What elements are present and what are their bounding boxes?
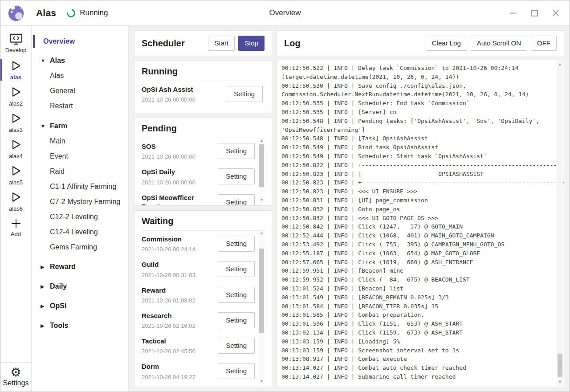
play-icon [9,85,23,99]
log-line: 00:12:50.832 | INFO | <<< UI GOTO PAGE_O… [281,214,552,223]
log-line: 00:12:50.549 | INFO | Scheduler: Start t… [281,152,552,161]
task-row: Commission 2021-10-26 00:24:14 Setting [142,231,265,256]
log-line: 00:12:50.842 | INFO | Click (1247, 37) @… [281,222,552,231]
menu-item-raid[interactable]: Raid [32,164,128,179]
menu-item-c7-2-mystery-farming[interactable]: C7-2 Mystery Farming [32,194,128,209]
task-time: 2021-10-26 00:00:00 [142,153,195,160]
waiting-title: Waiting [142,216,265,231]
task-row: Shop Setting [142,384,265,387]
task-name: OpSi Daily [142,167,195,176]
log-line: 00:13:01.584 | INFO | [BEACON_TIER 0.035… [281,302,552,311]
play-icon [9,190,23,204]
menu-group-label: Alas [50,57,65,65]
clear-log-button[interactable]: Clear Log [426,36,467,51]
scroll-down-icon[interactable]: ▼ [259,379,265,384]
setting-button[interactable]: Setting [218,287,255,303]
sidebar-item-alas6[interactable]: alas6 [0,188,31,214]
setting-button[interactable]: Setting [218,194,255,205]
menu-item-c1-1-affinity-farming[interactable]: C1-1 Affinity Farming [32,179,128,194]
waiting-scrollbar[interactable]: ▲ ▼ [259,231,265,384]
start-button[interactable]: Start [208,36,235,51]
menu-item-restart[interactable]: Restart [32,98,128,114]
log-line: 00:13:14.027 | INFO | Submarine call tim… [281,372,552,381]
auto-scroll-on-button[interactable]: Auto Scroll ON [471,36,527,51]
menu-item-overview[interactable]: Overview [32,35,128,48]
log-line: 00:12:50.832 | INFO | Goto page_os [281,205,552,214]
menu-item-main[interactable]: Main [32,134,128,149]
sidebar-item-alas3[interactable]: alas3 [0,109,31,135]
sidebar-item-alas2[interactable]: alas2 [0,83,31,109]
task-time: 2021-10-26 01:08:02 [142,297,195,304]
menu-item-c12-4-leveling[interactable]: C12-4 Leveling [32,225,128,240]
plus-icon [10,218,22,229]
chevron-down-icon: ▼ [41,123,46,129]
scroll-down-icon[interactable]: ▼ [557,379,563,385]
menu-group-reward[interactable]: ▶ Reward [32,259,128,274]
log-line: 00:12:50.822 | INFO | +-----------------… [281,161,552,170]
instance-sidebar: Develop alas alas2 alas3 alas4 alas5 [0,26,32,392]
log-scrollbar[interactable]: ▲ ▼ [557,61,563,386]
play-icon [9,138,23,151]
scroll-up-icon[interactable]: ▲ [557,61,563,68]
setting-button[interactable]: Setting [218,168,255,184]
scroll-up-icon[interactable]: ▲ [259,231,265,236]
setting-button[interactable]: Setting [218,312,255,328]
menu-item-alas[interactable]: Alas [32,68,128,83]
log-lines: 00:12:50.522 | INFO | Delay task `Commis… [281,64,552,381]
menu-group-label: Reward [50,263,76,271]
chevron-down-icon: ▼ [41,58,46,63]
menu-group-opsi[interactable]: ▶ OpSi [32,298,128,314]
pending-scrollbar[interactable]: ▲ ▼ [259,138,265,203]
task-row: SOS 2021-10-26 00:00:00 Setting [142,138,265,163]
task-time: 2021-10-26 00:00:00 [142,179,195,186]
log-line: 'OpsiMeowfficerFarming'] [281,126,552,135]
log-line: 00:12:50.831 | INFO | [UI] page_commissi… [281,196,552,205]
log-line: 00:12:59.951 | INFO | [Beacon] mine [281,266,552,275]
menu-item-general[interactable]: General [32,83,128,98]
scrollbar-thumb[interactable] [558,354,562,377]
scrollbar-thumb[interactable] [259,144,264,187]
task-name: OpSi Ash Assist [142,85,195,94]
menu-group-farm[interactable]: ▼ Farm [32,118,128,134]
maximize-button[interactable] [527,6,542,20]
gear-icon: ⚙ [10,366,21,379]
task-menu: Overview ▼ Alas Alas General Restart ▼ F… [32,26,129,392]
main-area: Develop alas alas2 alas3 alas4 alas5 [0,26,570,392]
sidebar-item-alas5[interactable]: alas5 [0,162,31,188]
log-output[interactable]: 00:12:50.522 | INFO | Delay task `Commis… [277,60,564,387]
setting-button[interactable]: Setting [218,143,255,159]
sidebar-item-alas[interactable]: alas [0,57,31,83]
scroll-up-icon[interactable]: ▲ [259,138,265,143]
setting-button[interactable]: Setting [226,86,263,102]
sidebar-item-alas4[interactable]: alas4 [0,135,31,162]
menu-item-gems-farming[interactable]: Gems Farming [32,240,128,255]
log-line: 00:13:01.596 | INFO | Click (1151, 653) … [281,319,552,328]
scroll-down-icon[interactable]: ▼ [259,197,265,203]
add-instance-button[interactable]: Add [0,214,31,241]
settings-button[interactable]: ⚙ Settings [0,362,31,392]
menu-group-tools[interactable]: ▶ Tools [32,318,128,333]
stop-button[interactable]: Stop [238,36,265,51]
waiting-list[interactable]: Commission 2021-10-26 00:24:14 Setting G… [142,231,265,387]
play-icon [9,164,23,178]
menu-group-daily[interactable]: ▶ Daily [32,279,128,294]
task-name: Dorm [142,362,195,371]
task-time: 2021-10-26 00:31:03 [142,272,195,278]
running-status: Running [80,8,108,17]
setting-button[interactable]: Setting [218,363,255,379]
close-button[interactable] [548,6,563,20]
menu-item-event[interactable]: Event [32,149,128,164]
setting-button[interactable]: Setting [218,236,255,252]
task-row: Dorm 2021-10-26 04:19:27 Setting [142,358,265,384]
scrollbar-thumb[interactable] [259,249,264,333]
auto-scroll-off-button[interactable]: OFF [531,36,557,51]
menu-item-c12-2-leveling[interactable]: C12-2 Leveling [32,209,128,225]
minimize-button[interactable] [505,6,521,20]
menu-group-alas[interactable]: ▼ Alas [32,53,128,68]
setting-button[interactable]: Setting [218,338,255,354]
setting-button[interactable]: Setting [218,261,255,277]
sidebar-item-develop[interactable]: Develop [0,30,31,57]
log-column: Log Clear Log Auto Scroll ON OFF 00:12:5… [277,30,564,387]
app-logo-icon [7,4,25,22]
pending-list[interactable]: SOS 2021-10-26 00:00:00 Setting OpSi Dai… [142,138,265,205]
